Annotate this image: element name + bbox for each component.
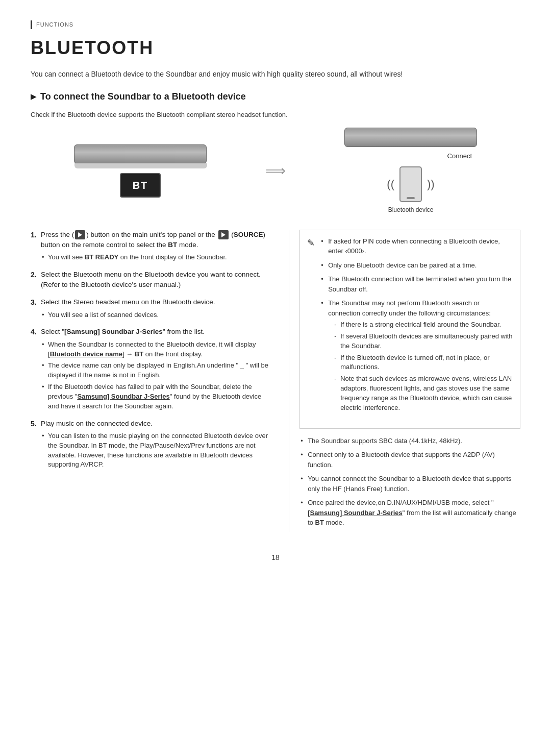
source-icon-2 xyxy=(218,230,229,239)
note-box: ✎ If asked for PIN code when connecting … xyxy=(299,230,520,429)
connect-label-row: Connect xyxy=(344,151,477,161)
step-4-bullets: When the Soundbar is connected to the Bl… xyxy=(41,340,273,411)
dash-item-3: If the Bluetooth device is turned off, n… xyxy=(333,353,513,373)
step-4-text: Select "[Samsung] Soundbar J-Series" fro… xyxy=(41,327,273,337)
step-3-bullet-1: You will see a list of scanned devices. xyxy=(41,310,273,320)
note-bullet-3: The Bluetooth connection will be termina… xyxy=(320,274,513,294)
step-4: Select "[Samsung] Soundbar J-Series" fro… xyxy=(31,327,273,411)
subtitle: Check if the Bluetooth device supports t… xyxy=(31,110,520,120)
step-4-bullet-2: The device name can only be displayed in… xyxy=(41,361,273,380)
step-1-text: Press the () button on the main unit's t… xyxy=(41,230,273,251)
soundbar-body-left xyxy=(74,144,207,164)
dash-item-2: If several Bluetooth devices are simulta… xyxy=(333,332,513,351)
step-5-bullets: You can listen to the music playing on t… xyxy=(41,431,273,470)
right-bullets-bottom: The Soundbar supports SBC data (44.1kHz,… xyxy=(299,436,520,528)
dash-item-1: If there is a strong electrical field ar… xyxy=(333,320,513,330)
note-bullet-2: Only one Bluetooth device can be paired … xyxy=(320,260,513,271)
note-bullet-4: The Soundbar may not perform Bluetooth s… xyxy=(320,298,513,413)
more-bullet-2: Connect only to a Bluetooth device that … xyxy=(299,450,520,470)
functions-label: FUNCTIONS xyxy=(31,20,520,29)
more-bullet-3: You cannot connect the Soundbar to a Blu… xyxy=(299,474,520,494)
steps-list: Press the () button on the main unit's t… xyxy=(31,230,273,470)
wireless-right-icon: )) xyxy=(427,176,435,192)
step-4-bullet-1: When the Soundbar is connected to the Bl… xyxy=(41,340,273,359)
device-diagram-right: Connect (( )) Bluetooth device xyxy=(301,128,520,214)
step-5: Play music on the connected device. You … xyxy=(31,419,273,470)
step-3: Select the Stereo headset menu on the Bl… xyxy=(31,297,273,320)
content-columns: Press the () button on the main unit's t… xyxy=(31,230,520,532)
arrow-right: ⟹ xyxy=(265,160,286,182)
left-column: Press the () button on the main unit's t… xyxy=(31,230,273,477)
step-5-bullet-1: You can listen to the music playing on t… xyxy=(41,431,273,470)
step-2-text: Select the Bluetooth menu on the Bluetoo… xyxy=(41,270,273,290)
wireless-left-icon: (( xyxy=(387,176,394,192)
more-bullet-4: Once paired the device,on D.IN/AUX/HDMI/… xyxy=(299,498,520,528)
phone-shape xyxy=(399,166,422,202)
step-3-text: Select the Stereo headset menu on the Bl… xyxy=(41,297,273,307)
dash-item-4: Note that such devices as microwave oven… xyxy=(333,374,513,412)
connect-text: Connect xyxy=(447,151,472,161)
page-number: 18 xyxy=(31,552,520,563)
step-1: Press the () button on the main unit's t… xyxy=(31,230,273,262)
note-content: If asked for PIN code when connecting a … xyxy=(320,236,513,417)
phone-wireless: (( )) xyxy=(387,166,434,202)
step-1-bullets: You will see BT READY on the front displ… xyxy=(41,253,273,262)
soundbar-body-right xyxy=(344,128,477,147)
step-5-text: Play music on the connected device. xyxy=(41,419,273,429)
pencil-icon: ✎ xyxy=(307,236,315,417)
page-title: BLUETOOTH xyxy=(31,34,520,62)
step-2: Select the Bluetooth menu on the Bluetoo… xyxy=(31,270,273,290)
more-bullet-1: The Soundbar supports SBC data (44.1kHz,… xyxy=(299,436,520,446)
dash-list: If there is a strong electrical field ar… xyxy=(328,320,513,413)
note-header: ✎ If asked for PIN code when connecting … xyxy=(307,236,513,417)
step-3-bullets: You will see a list of scanned devices. xyxy=(41,310,273,320)
bt-device-label: Bluetooth device xyxy=(388,205,434,214)
bt-display: BT xyxy=(120,173,161,198)
soundbar-diagram-left: BT xyxy=(31,144,250,198)
source-icon-1 xyxy=(75,230,85,239)
note-bullet-1: If asked for PIN code when connecting a … xyxy=(320,236,513,256)
step-4-bullet-3: If the Bluetooth device has failed to pa… xyxy=(41,382,273,411)
section-heading: To connect the Soundbar to a Bluetooth d… xyxy=(31,90,520,104)
intro-text: You can connect a Bluetooth device to th… xyxy=(31,69,490,80)
step-1-bullet-1: You will see BT READY on the front displ… xyxy=(41,253,273,262)
diagram-row: BT ⟹ Connect (( )) Bluetooth device xyxy=(31,128,520,214)
right-bullets-top: If asked for PIN code when connecting a … xyxy=(320,236,513,413)
right-column: ✎ If asked for PIN code when connecting … xyxy=(289,230,520,532)
